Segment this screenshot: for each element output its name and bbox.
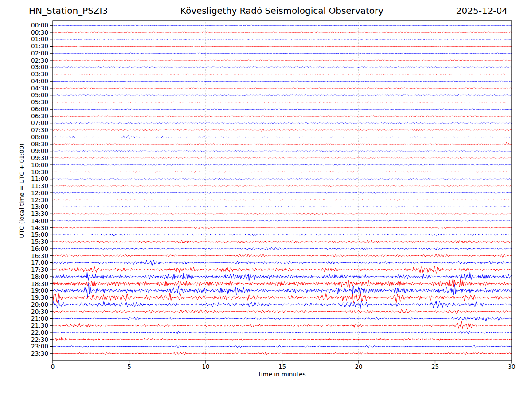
- time-label: 07:00: [31, 119, 48, 126]
- time-label: 03:30: [31, 70, 48, 78]
- time-label: 23:30: [31, 350, 48, 357]
- x-tick-label: 0: [51, 363, 55, 370]
- time-label: 00:00: [31, 22, 48, 29]
- time-label: 20:30: [31, 308, 48, 315]
- time-label: 19:00: [31, 287, 48, 294]
- time-label: 13:30: [31, 210, 48, 217]
- x-tick-label: 30: [508, 363, 515, 370]
- time-label: 16:30: [31, 252, 48, 259]
- time-label: 06:00: [31, 106, 48, 113]
- x-axis-label: time in minutes: [258, 371, 305, 378]
- time-label: 11:00: [31, 175, 48, 182]
- time-label: 01:00: [31, 35, 48, 43]
- time-label: 10:30: [31, 168, 48, 176]
- time-label: 21:30: [31, 322, 48, 329]
- time-label: 15:30: [31, 238, 48, 245]
- time-label: 08:30: [31, 141, 48, 148]
- time-label: 19:30: [31, 294, 48, 301]
- time-label: 12:30: [31, 196, 48, 203]
- time-label: 18:30: [31, 280, 48, 287]
- time-label: 10:00: [31, 161, 48, 168]
- time-label: 11:30: [31, 182, 48, 189]
- time-label: 23:00: [31, 343, 48, 350]
- time-label: 14:30: [31, 224, 48, 231]
- time-label: 04:30: [31, 85, 48, 92]
- time-label: 01:30: [31, 43, 48, 50]
- time-label: 04:00: [31, 78, 48, 85]
- time-label: 22:30: [31, 336, 48, 343]
- x-tick-label: 5: [127, 363, 131, 370]
- time-label: 08:00: [31, 133, 48, 141]
- time-label: 06:30: [31, 113, 48, 120]
- time-label: 21:00: [31, 315, 48, 322]
- y-axis-label: UTC (local time = UTC + 01:00): [18, 143, 25, 238]
- time-label: 20:00: [31, 301, 48, 308]
- time-label: 02:30: [31, 57, 48, 64]
- time-label: 17:30: [31, 266, 48, 273]
- time-label: 16:00: [31, 245, 48, 252]
- x-tick-label: 20: [355, 363, 362, 370]
- time-label: 05:30: [31, 98, 48, 106]
- time-label: 13:00: [31, 203, 48, 210]
- time-label: 17:00: [31, 259, 48, 266]
- time-label: 14:00: [31, 217, 48, 224]
- time-label: 15:00: [31, 231, 48, 238]
- x-tick-label: 10: [202, 363, 209, 370]
- station-title: HN_Station_PSZI3: [29, 5, 108, 16]
- time-label: 22:00: [31, 329, 48, 336]
- time-label: 02:00: [31, 50, 48, 57]
- x-tick-label: 25: [431, 363, 439, 370]
- time-label: 09:30: [31, 154, 48, 161]
- seismogram-figure: HN_Station_PSZI3 Kövesligethy Radó Seism…: [0, 0, 532, 399]
- time-label: 03:00: [31, 63, 48, 70]
- observatory-title: Kövesligethy Radó Seismological Observat…: [180, 5, 383, 16]
- helicorder-plot: HN_Station_PSZI3 Kövesligethy Radó Seism…: [0, 0, 532, 399]
- time-label: 09:00: [31, 147, 48, 154]
- x-tick-label: 15: [278, 363, 286, 370]
- date-label: 2025-12-04: [456, 5, 508, 16]
- time-label: 12:00: [31, 189, 48, 196]
- time-label: 05:00: [31, 91, 48, 98]
- time-label: 00:30: [31, 29, 48, 36]
- time-label: 18:00: [31, 273, 48, 280]
- time-label: 07:30: [31, 126, 48, 133]
